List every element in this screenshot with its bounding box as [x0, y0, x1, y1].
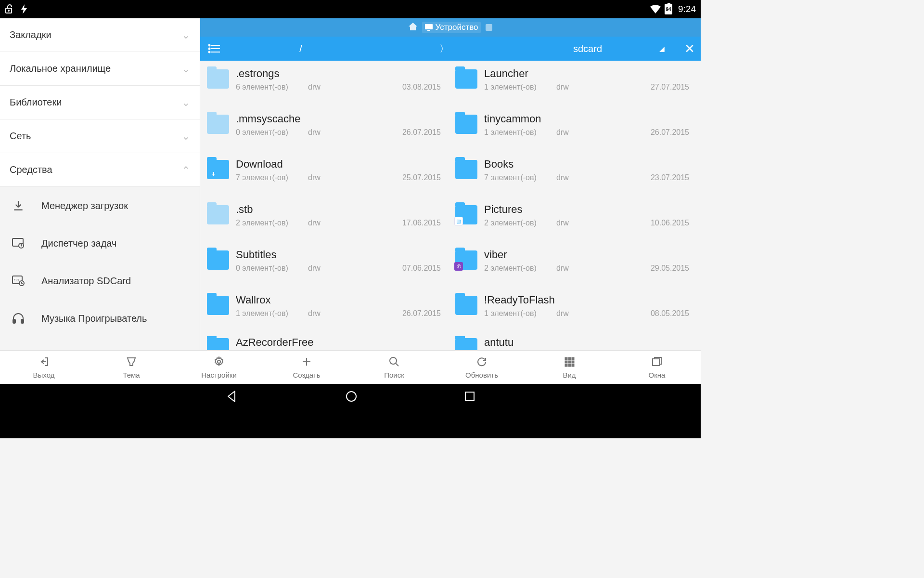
recents-button[interactable] — [464, 391, 475, 404]
svg-rect-10 — [427, 30, 430, 31]
folder-item[interactable]: Launcher 1 элемент(-ов) drw 27.07.2015 — [450, 65, 699, 110]
toolbar-theme[interactable]: Тема — [88, 351, 175, 384]
folder-perm: drw — [308, 128, 351, 137]
battery-level: 94 — [666, 5, 671, 13]
folder-perm: drw — [556, 219, 600, 227]
chevron-down-icon: ⌄ — [182, 97, 190, 108]
folder-perm: drw — [556, 83, 600, 92]
svg-rect-17 — [568, 357, 571, 360]
sdcard-icon: SD — [10, 276, 27, 286]
refresh-icon — [476, 356, 488, 369]
folder-item[interactable]: ▧ Pictures 2 элемент(-ов) drw 10.06.2015 — [450, 200, 699, 246]
letterbox — [0, 411, 701, 438]
path-root[interactable]: / — [229, 43, 372, 54]
sidebar-group-network[interactable]: Сеть⌄ — [0, 119, 200, 153]
folder-item[interactable]: .estrongs 6 элемент(-ов) drw 03.08.2015 — [202, 65, 450, 110]
close-icon[interactable]: ✕ — [679, 41, 701, 56]
home-button[interactable] — [345, 390, 358, 405]
dropdown-icon[interactable]: ◢ — [659, 45, 679, 53]
tool-sdcard-analyzer[interactable]: SD Анализатор SDCard — [0, 262, 200, 300]
folder-name: tinycammon — [484, 113, 689, 125]
tasks-icon — [10, 238, 27, 249]
tool-task-manager[interactable]: Диспетчер задач — [0, 224, 200, 262]
folder-item[interactable]: !ReadyToFlash 1 элемент(-ов) drw 08.05.2… — [450, 291, 699, 336]
svg-rect-8 — [21, 319, 24, 323]
tool-music-player[interactable]: Музыка Проигрыватель — [0, 300, 200, 337]
path-current[interactable]: sdcard — [516, 43, 659, 54]
folder-icon: ⬇ — [207, 160, 229, 179]
folder-name: Pictures — [484, 203, 689, 216]
sidebar-group-local[interactable]: Локальное хранилище⌄ — [0, 52, 200, 86]
sidebar-group-label: Закладки — [10, 29, 51, 40]
folder-perm: drw — [308, 264, 351, 273]
toolbar-view[interactable]: Вид — [526, 351, 613, 384]
folder-count: 7 элемент(-ов) — [484, 173, 556, 182]
svg-point-26 — [346, 392, 356, 401]
folder-date: 08.05.2015 — [631, 309, 689, 318]
folder-item[interactable]: ⬇ Download 7 элемент(-ов) drw 25.07.2015 — [202, 155, 450, 200]
back-button[interactable] — [225, 390, 239, 405]
menu-list-icon[interactable] — [200, 44, 229, 53]
svg-point-12 — [209, 48, 210, 50]
sidebar-group-tools[interactable]: Средства⌃ — [0, 153, 200, 187]
folder-item[interactable]: AzRecorderFree — [202, 336, 450, 350]
bolt-icon — [20, 4, 28, 14]
toolbar-search[interactable]: Поиск — [350, 351, 438, 384]
folder-perm: drw — [556, 128, 600, 137]
folder-icon: ▧ — [455, 205, 477, 224]
tool-label: Диспетчер задач — [41, 238, 116, 249]
toolbar-create[interactable]: Создать — [263, 351, 350, 384]
folder-name: Books — [484, 158, 689, 171]
chevron-down-icon: ⌄ — [182, 131, 190, 142]
folder-date: 27.07.2015 — [631, 83, 689, 92]
svg-rect-18 — [572, 357, 574, 360]
folder-overlay-icon: ✆ — [454, 262, 463, 271]
sidebar: Закладки⌄ Локальное хранилище⌄ Библиотек… — [0, 18, 200, 350]
folder-item[interactable]: antutu — [450, 336, 699, 350]
folder-count: 2 элемент(-ов) — [484, 219, 556, 227]
folder-perm: drw — [556, 173, 600, 182]
svg-rect-20 — [568, 361, 571, 363]
folder-icon — [455, 338, 477, 350]
tool-download-manager[interactable]: Менеджер загрузок — [0, 187, 200, 224]
folder-item[interactable]: ✆ viber 2 элемент(-ов) drw 29.05.2015 — [450, 246, 699, 291]
folder-item[interactable]: Books 7 элемент(-ов) drw 23.07.2015 — [450, 155, 699, 200]
folder-name: Subtitles — [236, 249, 441, 261]
folder-item[interactable]: Subtitles 0 элемент(-ов) drw 07.06.2015 — [202, 246, 450, 291]
tool-label: Менеджер загрузок — [41, 200, 128, 211]
folder-icon — [455, 296, 477, 315]
toolbar-settings[interactable]: Настройки — [175, 351, 263, 384]
sidebar-group-libraries[interactable]: Библиотеки⌄ — [0, 86, 200, 119]
tab-placeholder[interactable] — [486, 24, 492, 31]
toolbar-label: Тема — [123, 371, 140, 379]
tool-label: Анализатор SDCard — [41, 276, 131, 287]
folder-count: 1 элемент(-ов) — [484, 309, 556, 318]
android-status-bar: 94 9:24 — [0, 0, 701, 18]
folder-icon — [207, 205, 229, 224]
folder-date: 17.06.2015 — [383, 219, 441, 227]
sidebar-group-label: Локальное хранилище — [10, 63, 111, 74]
folder-item[interactable]: tinycammon 1 элемент(-ов) drw 26.07.2015 — [450, 110, 699, 155]
folder-name: viber — [484, 249, 689, 261]
sidebar-group-bookmarks[interactable]: Закладки⌄ — [0, 18, 200, 52]
svg-point-15 — [390, 357, 397, 364]
folder-item[interactable]: .stb 2 элемент(-ов) drw 17.06.2015 — [202, 200, 450, 246]
folder-count: 7 элемент(-ов) — [236, 173, 308, 182]
toolbar-windows[interactable]: Окна — [613, 351, 701, 384]
folder-name: Download — [236, 158, 441, 171]
toolbar-label: Выход — [33, 371, 55, 379]
toolbar-refresh[interactable]: Обновить — [438, 351, 526, 384]
folder-item[interactable]: Wallrox 1 элемент(-ов) drw 26.07.2015 — [202, 291, 450, 336]
toolbar-exit[interactable]: Выход — [0, 351, 88, 384]
folder-count: 0 элемент(-ов) — [236, 264, 308, 273]
folder-item[interactable]: .mmsyscache 0 элемент(-ов) drw 26.07.201… — [202, 110, 450, 155]
home-icon[interactable] — [409, 23, 417, 33]
folder-grid[interactable]: .estrongs 6 элемент(-ов) drw 03.08.2015 … — [200, 61, 701, 350]
folder-count: 1 элемент(-ов) — [484, 128, 556, 137]
folder-name: .stb — [236, 203, 441, 216]
tab-device[interactable]: Устройство — [422, 22, 481, 33]
wifi-icon — [650, 5, 661, 13]
svg-rect-7 — [13, 319, 15, 323]
svg-rect-25 — [653, 359, 659, 366]
folder-name: !ReadyToFlash — [484, 294, 689, 306]
